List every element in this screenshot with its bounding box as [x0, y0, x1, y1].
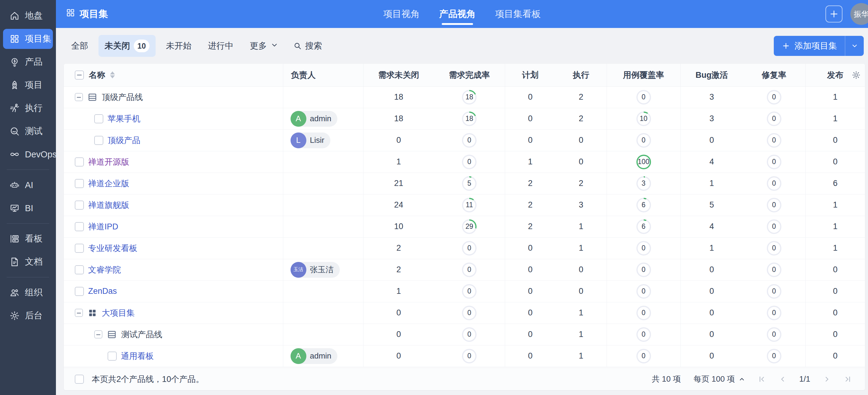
row-checkbox[interactable] [75, 265, 84, 274]
cell-value: 0 [833, 308, 838, 317]
program-grid-icon [66, 8, 75, 20]
column-header-unclosed[interactable]: 需求未关闭 [363, 64, 434, 86]
cell-value: 2 [579, 114, 583, 123]
cell-value: 0 [709, 308, 714, 317]
owner-chip[interactable]: LLisir [290, 132, 331, 148]
per-page-selector[interactable]: 每页 100 项 [693, 374, 745, 384]
runner-icon [9, 103, 20, 113]
row-name[interactable]: ZenDas [88, 287, 117, 296]
collapse-toggle[interactable] [94, 330, 102, 338]
filter-label: 进行中 [208, 40, 234, 52]
column-header-fix[interactable]: 修复率 [743, 64, 805, 86]
cell-value: 1 [396, 287, 401, 296]
sidebar-item-doc[interactable]: 文档 [3, 252, 53, 272]
column-header-done[interactable]: 需求完成率 [434, 64, 505, 86]
column-header-rel[interactable]: 发布 [805, 64, 865, 86]
cell-value: 1 [396, 157, 401, 166]
column-header-exec[interactable]: 执行 [556, 64, 607, 86]
select-all-checkbox[interactable] [75, 70, 84, 79]
filter-more[interactable]: 更多 [244, 36, 284, 56]
cell-rel: 1 [805, 216, 865, 237]
row-name[interactable]: 禅道企业版 [88, 178, 129, 189]
row-checkbox[interactable] [107, 352, 117, 361]
cell-rel: 1 [805, 86, 865, 108]
sidebar-item-dipan[interactable]: 地盘 [3, 6, 53, 26]
avatar[interactable]: 振华 [850, 3, 868, 25]
cell-bug: 3 [680, 108, 743, 129]
cell-cov: 0 [607, 345, 680, 367]
column-header-name[interactable]: 名称 [64, 64, 283, 86]
cov-value: 10 [638, 113, 650, 125]
first-page-button[interactable] [758, 375, 766, 383]
column-header-bug[interactable]: Bug激活 [680, 64, 743, 86]
row-checkbox[interactable] [75, 222, 84, 231]
row-name[interactable]: 通用看板 [121, 351, 154, 362]
sidebar-item-org[interactable]: 组织 [3, 283, 53, 303]
cell-value: 3 [709, 114, 714, 123]
row-name[interactable]: 顶级产品 [107, 135, 141, 146]
sidebar-item-bi[interactable]: BI [3, 198, 53, 218]
sort-icon[interactable] [110, 71, 115, 78]
sidebar-item-project[interactable]: 项目 [3, 75, 53, 95]
filter-wait[interactable]: 未开始 [160, 36, 197, 56]
add-program-button[interactable]: 添加项目集 [774, 36, 845, 56]
row-name[interactable]: 文睿学院 [88, 264, 121, 275]
cell-unclosed: 21 [363, 173, 434, 194]
cell-value: 0 [396, 308, 401, 317]
row-name[interactable]: 禅道旗舰版 [88, 200, 129, 210]
prev-page-button[interactable] [779, 375, 786, 383]
filter-doing[interactable]: 进行中 [202, 36, 240, 56]
tab-product-view[interactable]: 产品视角 [439, 0, 476, 28]
row-checkbox[interactable] [75, 287, 84, 296]
sidebar-item-product[interactable]: 产品 [3, 52, 53, 72]
column-header-label: 执行 [573, 70, 589, 79]
sidebar-item-ai[interactable]: AI [3, 175, 53, 195]
row-checkbox[interactable] [75, 244, 84, 253]
collapse-toggle[interactable] [75, 93, 83, 101]
sidebar-item-label: 组织 [25, 287, 42, 299]
sidebar-item-program[interactable]: 项目集 [3, 29, 53, 49]
row-checkbox[interactable] [94, 114, 103, 123]
sidebar-item-devops[interactable]: DevOps [3, 144, 53, 164]
last-page-button[interactable] [844, 375, 851, 383]
tab-project-view[interactable]: 项目视角 [383, 0, 420, 28]
table-settings-gear-icon[interactable] [851, 70, 861, 79]
sidebar-item-kanban[interactable]: 看板 [3, 229, 53, 249]
filter-unclosed[interactable]: 未关闭10 [98, 35, 156, 57]
column-header-owner[interactable]: 负责人 [283, 64, 363, 86]
column-header-plan[interactable]: 计划 [505, 64, 556, 86]
row-name[interactable]: 禅道IPD [88, 221, 118, 232]
next-page-button[interactable] [823, 375, 831, 383]
tab-program-kanban[interactable]: 项目集看板 [495, 0, 541, 28]
cell-value: 0 [709, 330, 714, 339]
row-name[interactable]: 禅道开源版 [88, 157, 129, 167]
sidebar-item-execution[interactable]: 执行 [3, 98, 53, 118]
add-program-caret[interactable] [845, 36, 864, 56]
search-button[interactable]: 搜索 [289, 36, 327, 56]
owner-chip[interactable]: 玉洁张玉洁 [290, 262, 340, 278]
sidebar-item-admin[interactable]: 后台 [3, 306, 53, 326]
sidebar-item-label: BI [25, 203, 33, 213]
row-checkbox[interactable] [75, 157, 84, 166]
row-name[interactable]: 大项目集 [102, 307, 135, 319]
row-checkbox[interactable] [75, 201, 84, 210]
row-checkbox[interactable] [75, 179, 84, 188]
row-name[interactable]: 苹果手机 [107, 113, 141, 124]
owner-chip[interactable]: Aadmin [290, 111, 338, 127]
cell-rel: 1 [805, 108, 865, 129]
sidebar-item-qa[interactable]: 测试 [3, 121, 53, 141]
cell-bug: 1 [680, 173, 743, 194]
cell-unclosed: 0 [363, 129, 434, 151]
filter-all[interactable]: 全部 [65, 36, 94, 56]
cell-value: 0 [528, 265, 532, 274]
sidebar-divider [7, 169, 49, 170]
footer-select-all-checkbox[interactable] [75, 375, 84, 384]
cell-bug: 0 [680, 259, 743, 281]
collapse-toggle[interactable] [75, 309, 83, 317]
row-checkbox[interactable] [94, 136, 103, 145]
create-button[interactable] [826, 5, 842, 23]
column-header-cov[interactable]: 用例覆盖率 [607, 64, 680, 86]
row-name[interactable]: 专业研发看板 [88, 243, 137, 254]
owner-chip[interactable]: Aadmin [290, 348, 338, 364]
cell-rel: 0 [805, 129, 865, 151]
